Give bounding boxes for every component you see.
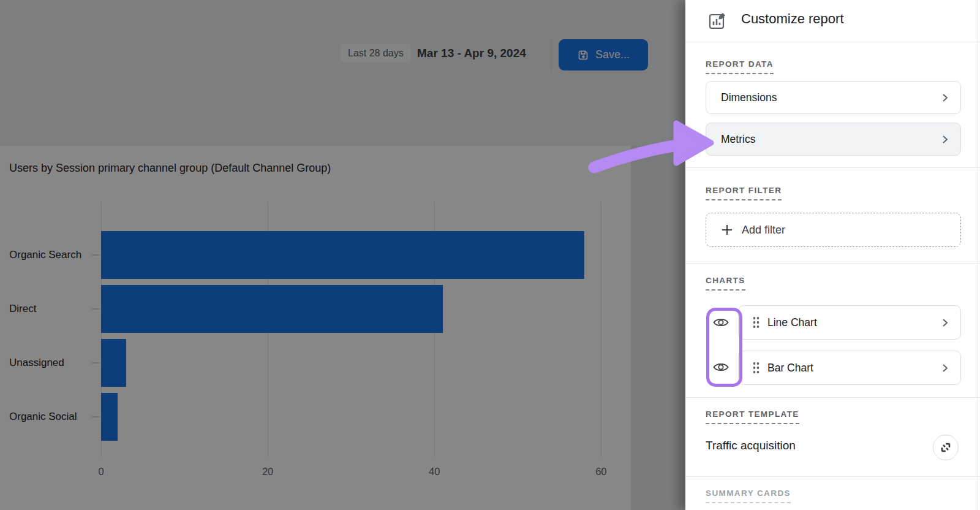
chevron-right-icon [940,318,949,327]
chevron-right-icon [940,93,949,102]
divider [685,42,980,42]
report-data-section-label: REPORT DATA [706,59,774,74]
customize-report-panel: Customize report REPORT DATA Dimensions … [685,0,980,510]
chevron-right-icon [940,135,949,144]
divider [685,167,980,168]
add-filter-label: Add filter [742,224,785,237]
line-chart-visibility-toggle[interactable] [709,310,733,335]
bar-chart-label: Bar Chart [767,362,933,375]
add-filter-button[interactable]: Add filter [706,213,961,247]
dimensions-button-label: Dimensions [721,91,940,104]
charts-section-label: CHARTS [706,276,745,291]
divider [685,263,980,264]
metrics-button-label: Metrics [721,133,940,146]
bar-chart-visibility-toggle[interactable] [709,355,733,379]
dimensions-button[interactable]: Dimensions [706,81,961,114]
drag-handle-icon[interactable] [752,316,760,329]
metrics-button[interactable]: Metrics [706,123,961,156]
visibility-eye-icon [713,362,729,373]
divider [685,476,980,477]
line-chart-row-button[interactable]: Line Chart [738,305,961,340]
summary-cards-section-label: SUMMARY CARDS [706,489,791,503]
bar-chart-row-button[interactable]: Bar Chart [738,351,961,385]
drag-handle-icon[interactable] [752,362,760,374]
dim-overlay-scrim [0,0,685,510]
edit-chart-icon [708,10,728,32]
plus-icon [721,224,733,236]
panel-scrollbar-track[interactable] [977,0,978,510]
chevron-right-icon [940,363,949,373]
visibility-eye-icon [713,317,729,328]
report-template-value: Traffic acquisition [706,439,796,452]
report-template-section-label: REPORT TEMPLATE [706,409,799,424]
divider [685,397,980,398]
unlink-icon [939,441,952,454]
report-filter-section-label: REPORT FILTER [706,186,782,200]
panel-title: Customize report [741,11,844,27]
unlink-template-button[interactable] [933,435,959,460]
line-chart-label: Line Chart [767,316,933,329]
